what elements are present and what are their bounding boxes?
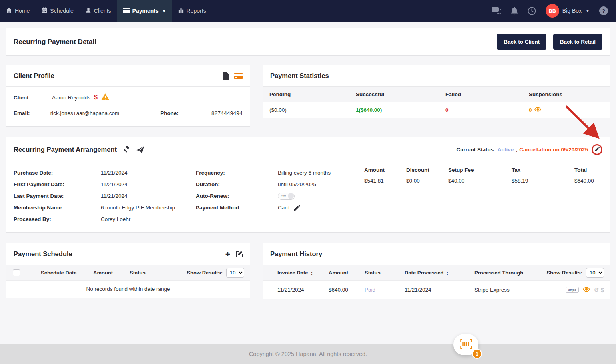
dollar-flag-icon[interactable]: $: [94, 94, 98, 101]
edit-payment-method-icon[interactable]: [294, 205, 300, 211]
discount-header: Discount: [406, 167, 448, 173]
history-col-date-processed[interactable]: Date Processed▲▼: [405, 270, 474, 276]
credit-card-orange-icon[interactable]: [234, 73, 243, 79]
toggle-off-label: Off: [281, 194, 286, 198]
eye-icon[interactable]: [583, 287, 590, 293]
history-date-processed: 11/21/2024: [405, 287, 474, 293]
show-results-label: Show Results:: [546, 270, 582, 276]
show-results-select[interactable]: 10: [586, 268, 604, 278]
status-separator: ,: [516, 147, 517, 153]
schedule-col-date: Schedule Date: [41, 270, 93, 276]
gavel-icon[interactable]: [123, 146, 130, 153]
processed-by-label: Processed By:: [14, 213, 101, 225]
payment-history-card: Payment History Invoice Date▲▼ Amount St…: [263, 243, 610, 299]
stats-col-successful: Successful: [356, 91, 445, 97]
tax-header: Tax: [512, 167, 574, 173]
back-to-retail-button[interactable]: Back to Retail: [553, 34, 602, 50]
status-cancellation: Cancellation on 05/20/2025: [519, 147, 588, 153]
refund-icon[interactable]: ↺ $: [594, 286, 604, 294]
auto-renew-toggle[interactable]: Off: [278, 193, 295, 200]
show-results-select[interactable]: 10: [226, 268, 244, 278]
stats-col-pending: Pending: [269, 91, 356, 97]
barcode-scan-button[interactable]: 1: [453, 334, 478, 355]
last-payment-date-value: 11/21/2024: [101, 190, 196, 202]
calendar-icon: [42, 7, 47, 14]
clock-icon[interactable]: [528, 7, 536, 15]
history-col-invoice-date[interactable]: Invoice Date▲▼: [277, 270, 329, 276]
nav-item-clients[interactable]: Clients: [80, 0, 117, 22]
payment-method-label: Payment Method:: [196, 202, 278, 213]
history-processed-through: Stripe Express: [474, 287, 539, 293]
chat-icon[interactable]: [492, 7, 501, 15]
nav-item-home[interactable]: Home: [0, 0, 36, 22]
first-payment-date-value: 11/21/2024: [101, 179, 196, 190]
send-icon[interactable]: [136, 146, 144, 153]
chevron-down-icon: ▼: [162, 9, 166, 13]
back-to-client-button[interactable]: Back to Client: [497, 34, 546, 50]
help-icon[interactable]: ?: [599, 6, 608, 15]
client-profile-card: Client Profile Client: Aaron Reynolds $: [6, 65, 250, 127]
edit-status-button[interactable]: [592, 144, 602, 155]
page-header-card: Recurring Payment Detail Back to Client …: [6, 28, 610, 56]
nav-item-payments[interactable]: Payments ▼: [117, 0, 172, 22]
home-icon: [6, 7, 12, 14]
membership-name-label: Membership Name:: [14, 202, 101, 213]
purchase-date-value: 11/21/2024: [101, 167, 196, 179]
sort-icon: ▲▼: [311, 271, 313, 275]
history-col-processed-through: Processed Through: [474, 270, 539, 276]
nav-label: Payments: [132, 8, 159, 14]
frequency-label: Frequency:: [196, 167, 278, 179]
amount-value: $541.81: [364, 178, 406, 184]
history-amount: $640.00: [329, 287, 365, 293]
warning-triangle-icon[interactable]: [101, 93, 109, 101]
edit-square-icon[interactable]: [236, 251, 243, 257]
total-value: $640.00: [574, 178, 606, 184]
setup-fee-header: Setup Fee: [448, 167, 512, 173]
bar-chart-icon: [178, 7, 184, 14]
auto-renew-label: Auto-Renew:: [196, 190, 278, 202]
duration-label: Duration:: [196, 179, 278, 190]
current-status-label: Current Status:: [457, 147, 496, 153]
discount-value: $0.00: [406, 178, 448, 184]
main-nav: Home Schedule Clients Payments ▼ Reports: [0, 0, 212, 22]
eye-icon[interactable]: [534, 107, 541, 113]
email-label: Email:: [14, 110, 50, 116]
phone-value: 8274449494: [211, 110, 243, 116]
arrangement-title: Recurring Payment Arrangement: [14, 146, 117, 153]
stats-suspensions-value: 0: [529, 107, 532, 113]
sort-icon: ▲▼: [446, 271, 449, 275]
recurring-payment-arrangement-card: Recurring Payment Arrangement Current St…: [6, 137, 610, 233]
nav-item-schedule[interactable]: Schedule: [36, 0, 79, 22]
history-table-row: 11/21/2024 $640.00 Paid 11/21/2024 Strip…: [263, 281, 610, 299]
stats-successful-value: 1($640.00): [356, 107, 445, 113]
email-value: rick.jones+aar@hapana.com: [50, 110, 160, 116]
purchase-date-label: Purchase Date:: [14, 167, 101, 179]
phone-label: Phone:: [160, 110, 197, 116]
arrangement-amounts: Amount Discount Setup Fee Tax Total $541…: [364, 167, 606, 184]
stripe-badge-icon[interactable]: stripe: [566, 287, 579, 293]
document-icon[interactable]: [223, 72, 229, 80]
nav-label: Schedule: [50, 8, 73, 14]
history-col-amount: Amount: [329, 270, 365, 276]
top-navbar: Home Schedule Clients Payments ▼ Reports…: [0, 0, 616, 22]
stats-col-suspensions: Suspensions: [529, 91, 610, 97]
history-col-status: Status: [365, 270, 405, 276]
user-name: Big Box: [562, 8, 582, 14]
show-results-label: Show Results:: [187, 270, 223, 276]
total-header: Total: [574, 167, 606, 173]
credit-card-icon: [123, 8, 130, 14]
user-menu[interactable]: BB Big Box ▼: [546, 4, 590, 18]
bell-icon[interactable]: [511, 7, 518, 15]
payment-schedule-title: Payment Schedule: [14, 250, 72, 258]
plus-icon[interactable]: +: [225, 251, 230, 257]
payment-history-title: Payment History: [270, 250, 322, 258]
first-payment-date-label: First Payment Date:: [14, 179, 101, 190]
toggle-knob: [288, 193, 294, 199]
nav-label: Reports: [187, 8, 206, 14]
last-payment-date-label: Last Payment Date:: [14, 190, 101, 202]
nav-item-reports[interactable]: Reports: [172, 0, 212, 22]
select-all-checkbox[interactable]: [13, 269, 20, 276]
schedule-col-amount: Amount: [93, 270, 130, 276]
payment-method-value: Card: [278, 205, 289, 211]
nav-label: Clients: [94, 8, 111, 14]
